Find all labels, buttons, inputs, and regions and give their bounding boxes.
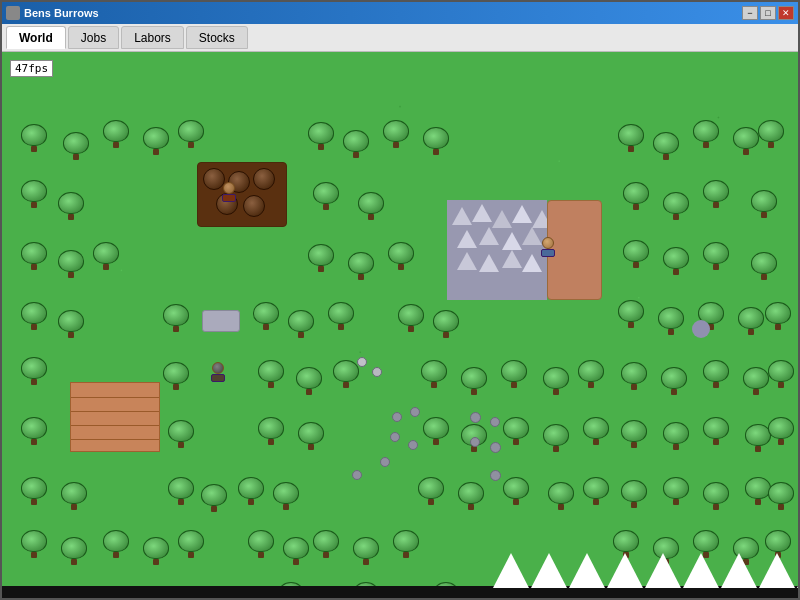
boulder <box>490 417 500 427</box>
boulder <box>410 407 420 417</box>
tree <box>252 302 280 332</box>
tree <box>502 417 530 447</box>
tree <box>702 482 730 512</box>
tree <box>582 477 610 507</box>
tree <box>732 127 760 157</box>
boulder <box>372 367 382 377</box>
tree <box>347 252 375 282</box>
tree <box>92 242 120 272</box>
pine-tree <box>502 232 522 250</box>
boulder <box>470 437 480 447</box>
tree <box>502 477 530 507</box>
tree <box>652 132 680 162</box>
tree <box>702 360 730 390</box>
tree <box>757 120 785 150</box>
tree <box>397 304 425 334</box>
tree <box>542 424 570 454</box>
tree <box>767 360 795 390</box>
mountain-row <box>2 558 798 598</box>
boulder <box>392 412 402 422</box>
tree <box>62 132 90 162</box>
tree <box>457 482 485 512</box>
tree <box>662 192 690 222</box>
tree <box>307 122 335 152</box>
close-button[interactable]: ✕ <box>778 6 794 20</box>
tree <box>307 244 335 274</box>
tree <box>200 484 228 514</box>
tree <box>20 357 48 387</box>
tree <box>620 480 648 510</box>
tree <box>257 417 285 447</box>
tree <box>20 180 48 210</box>
tree <box>20 124 48 154</box>
mountain-peak <box>683 553 719 588</box>
plank-pile <box>70 382 160 452</box>
tab-jobs[interactable]: Jobs <box>68 26 119 49</box>
tree <box>742 367 770 397</box>
tree <box>657 307 685 337</box>
tree <box>422 127 450 157</box>
character-1 <box>220 182 238 202</box>
tree <box>547 482 575 512</box>
tree <box>177 530 205 560</box>
window-controls: − □ ✕ <box>742 6 794 20</box>
tree <box>257 360 285 390</box>
tree <box>420 360 448 390</box>
pine-tree <box>492 210 512 228</box>
pine-tree <box>512 205 532 223</box>
tree <box>622 240 650 270</box>
tab-world[interactable]: World <box>6 26 66 49</box>
tree <box>620 362 648 392</box>
tree <box>660 367 688 397</box>
app-icon <box>6 6 20 20</box>
boulder <box>470 412 481 423</box>
mountain-peak <box>797 553 798 588</box>
stone-patch <box>202 310 240 332</box>
mountain-peak <box>569 553 605 588</box>
tree <box>287 310 315 340</box>
tab-stocks[interactable]: Stocks <box>186 26 248 49</box>
mountain-peak <box>721 553 757 588</box>
tree <box>357 192 385 222</box>
tree <box>662 422 690 452</box>
maximize-button[interactable]: □ <box>760 6 776 20</box>
title-bar: Bens Burrows − □ ✕ <box>2 2 798 24</box>
tree <box>622 182 650 212</box>
main-window: Bens Burrows − □ ✕ World Jobs Labors Sto… <box>0 0 800 600</box>
tree <box>20 302 48 332</box>
tab-bar: World Jobs Labors Stocks <box>2 24 798 52</box>
tree <box>417 477 445 507</box>
pine-tree <box>479 227 499 245</box>
tree <box>20 530 48 560</box>
tree <box>617 124 645 154</box>
tree <box>312 530 340 560</box>
tree <box>162 362 190 392</box>
tree <box>142 127 170 157</box>
tree <box>750 190 778 220</box>
tree <box>327 302 355 332</box>
pine-tree <box>452 207 472 225</box>
tree <box>702 180 730 210</box>
tree <box>102 530 130 560</box>
tree <box>764 302 792 332</box>
character-3 <box>209 362 227 382</box>
tree <box>702 417 730 447</box>
tree <box>342 130 370 160</box>
window-title: Bens Burrows <box>24 7 99 19</box>
tab-labors[interactable]: Labors <box>121 26 184 49</box>
tree <box>767 482 795 512</box>
tree <box>460 367 488 397</box>
tree <box>432 310 460 340</box>
tree <box>57 250 85 280</box>
tree <box>177 120 205 150</box>
game-viewport[interactable]: 47fps <box>2 52 798 598</box>
tree <box>767 417 795 447</box>
mountain-peak <box>607 553 643 588</box>
tree <box>542 367 570 397</box>
boulder-cluster <box>692 320 710 338</box>
pine-tree <box>457 252 477 270</box>
boulder <box>490 442 501 453</box>
mountain-peak <box>493 553 529 588</box>
tree <box>422 417 450 447</box>
minimize-button[interactable]: − <box>742 6 758 20</box>
